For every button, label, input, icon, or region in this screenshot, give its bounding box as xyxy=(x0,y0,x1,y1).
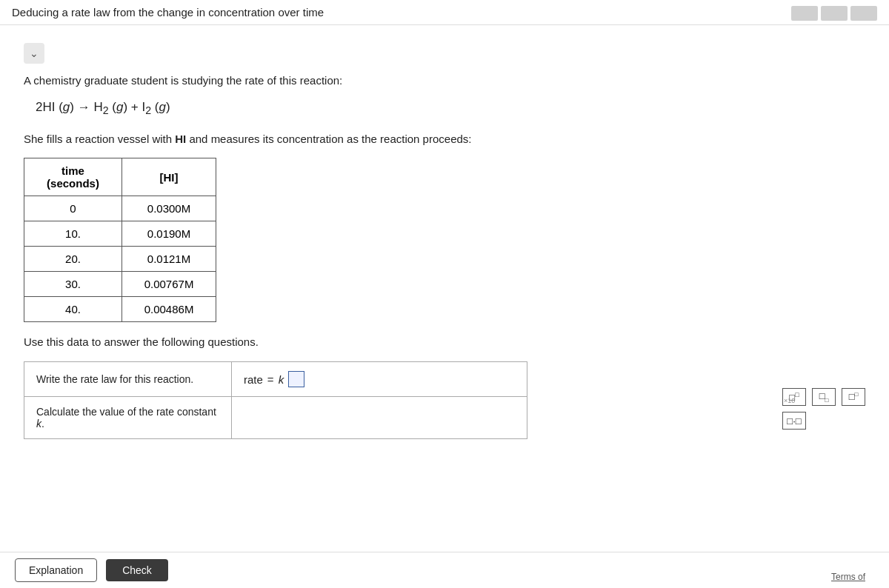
time-cell: 0 xyxy=(24,196,122,221)
dot-product-icon: □·□ xyxy=(787,415,801,427)
explanation-button[interactable]: Explanation xyxy=(15,558,97,582)
window-controls xyxy=(791,6,877,21)
reaction-equation: 2HI (g) → H2 (g) + I2 (g) xyxy=(36,100,865,116)
intro-text-1: A chemistry graduate student is studying… xyxy=(24,73,865,90)
collapse-button[interactable]: ⌄ xyxy=(24,43,44,64)
time-cell: 40. xyxy=(24,297,122,322)
question-1-answer: rate = k xyxy=(232,362,527,397)
dot-product-button[interactable]: □·□ xyxy=(782,412,806,430)
terms-link[interactable]: Terms of xyxy=(831,572,865,582)
k-text: k xyxy=(279,373,284,386)
window-control-2[interactable] xyxy=(821,6,848,21)
rate-text: rate xyxy=(244,373,263,386)
rate-law-input[interactable] xyxy=(288,371,304,387)
concentration-cell: 0.0121M xyxy=(122,247,216,272)
equals-sign: = xyxy=(267,373,274,386)
question-2-answer[interactable] xyxy=(232,397,527,439)
rate-expression: rate = k xyxy=(244,371,515,387)
square-icon: □□ xyxy=(819,390,829,404)
window-control-1[interactable] xyxy=(791,6,818,21)
square-button[interactable]: □□ xyxy=(812,388,836,406)
question-1-label: Write the rate law for this reaction. xyxy=(24,362,232,397)
question-row-2: Calculate the value of the rate constant… xyxy=(24,397,527,439)
table-row: 30. 0.00767M xyxy=(24,272,216,297)
table-row: 0 0.0300M xyxy=(24,196,216,221)
concentration-cell: 0.0190M xyxy=(122,221,216,247)
concentration-cell: 0.00767M xyxy=(122,272,216,297)
concentration-cell: 0.0300M xyxy=(122,196,216,221)
table-row: 10. 0.0190M xyxy=(24,221,216,247)
chevron-row: ⌄ xyxy=(24,43,865,64)
concentration-table: time(seconds) [HI] 0 0.0300M 10. 0.0190M… xyxy=(24,158,216,322)
check-button[interactable]: Check xyxy=(106,559,168,581)
bottom-bar: Explanation Check Terms of xyxy=(0,552,889,588)
math-toolbar: □□ ×10 □□ □□ □·□ xyxy=(782,388,865,430)
math-toolbar-row-1: □□ ×10 □□ □□ xyxy=(782,388,865,406)
intro-text-2: She fills a reaction vessel with HI and … xyxy=(24,131,865,148)
use-data-text: Use this data to answer the following qu… xyxy=(24,335,865,348)
power-button[interactable]: □□ xyxy=(842,388,865,406)
table-header-hi: [HI] xyxy=(122,158,216,196)
time-cell: 30. xyxy=(24,272,122,297)
time-cell: 20. xyxy=(24,247,122,272)
top-bar: Deducing a rate law from the change in c… xyxy=(0,0,889,25)
table-row: 20. 0.0121M xyxy=(24,247,216,272)
math-toolbar-row-2: □·□ xyxy=(782,412,865,430)
x10-button[interactable]: □□ ×10 xyxy=(782,388,806,406)
table-row: 40. 0.00486M xyxy=(24,297,216,322)
question-2-label: Calculate the value of the rate constant… xyxy=(24,397,232,439)
questions-table: Write the rate law for this reaction. ra… xyxy=(24,361,527,439)
main-content: ⌄ A chemistry graduate student is studyi… xyxy=(0,25,889,581)
window-control-3[interactable] xyxy=(850,6,877,21)
power-icon: □□ xyxy=(849,391,859,402)
question-row-1: Write the rate law for this reaction. ra… xyxy=(24,362,527,397)
table-header-time: time(seconds) xyxy=(24,158,122,196)
page-title: Deducing a rate law from the change in c… xyxy=(12,6,877,19)
concentration-cell: 0.00486M xyxy=(122,297,216,322)
time-cell: 10. xyxy=(24,221,122,247)
